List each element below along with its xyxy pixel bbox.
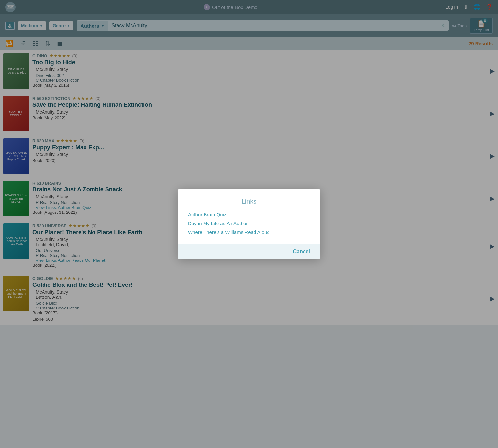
cancel-button[interactable]: Cancel: [293, 249, 310, 255]
modal-link-2[interactable]: Where There's a Williams Read Aloud: [188, 229, 310, 235]
modal-link-1[interactable]: Day in My Life as An Author: [188, 221, 310, 226]
modal-footer: Cancel: [178, 244, 320, 259]
modal-overlay[interactable]: Links Author Brain Quiz Day in My Life a…: [0, 0, 498, 325]
modal-link-0[interactable]: Author Brain Quiz: [188, 212, 310, 217]
modal-links: Author Brain Quiz Day in My Life as An A…: [188, 212, 310, 235]
links-modal: Links Author Brain Quiz Day in My Life a…: [178, 189, 320, 259]
modal-title: Links: [188, 198, 310, 205]
